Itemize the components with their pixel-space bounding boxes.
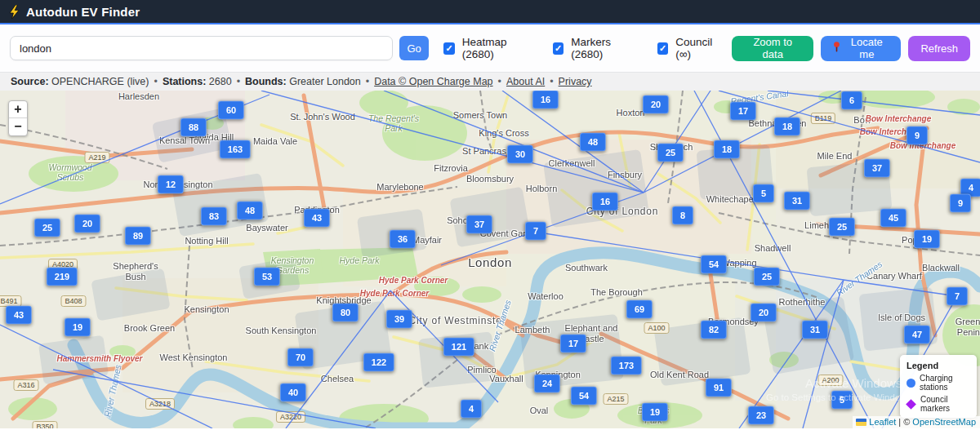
cluster-marker[interactable]: 36 <box>390 230 416 249</box>
map-label: London <box>468 255 512 269</box>
map-zoom-control: + − <box>8 100 28 136</box>
cluster-marker[interactable]: 20 <box>643 95 669 114</box>
cluster-marker[interactable]: 48 <box>237 202 263 220</box>
layer-toggle-0[interactable]: ✓Heatmap (2680) <box>443 36 533 60</box>
map-label: Somers Town <box>453 110 507 120</box>
cluster-marker[interactable]: 83 <box>201 207 227 226</box>
cluster-marker[interactable]: 9 <box>950 194 971 213</box>
cluster-marker[interactable]: 31 <box>802 321 828 339</box>
checkbox-icon[interactable]: ✓ <box>657 42 668 55</box>
cluster-marker[interactable]: 12 <box>158 175 184 194</box>
map-label: Hyde Park Corner <box>379 276 448 285</box>
locate-me-label: Locate me <box>844 36 889 60</box>
map-label: South Kensington <box>246 326 317 335</box>
checkbox-icon[interactable]: ✓ <box>443 42 454 55</box>
map-label: Whitechapel <box>706 194 756 204</box>
zoom-out-button[interactable]: − <box>9 118 27 135</box>
cluster-marker[interactable]: 25 <box>829 218 855 237</box>
separator: • <box>366 76 369 87</box>
cluster-marker[interactable]: 16 <box>532 91 559 109</box>
map-label: King's Cross <box>479 128 528 138</box>
cluster-marker[interactable]: 25 <box>754 268 780 286</box>
cluster-marker[interactable]: 16 <box>592 193 618 211</box>
cluster-marker[interactable]: 20 <box>74 215 100 233</box>
cluster-marker[interactable]: 5 <box>753 184 774 203</box>
layer-toggle-1[interactable]: ✓Markers (2680) <box>553 36 638 60</box>
cluster-marker[interactable]: 82 <box>701 321 727 339</box>
separator: • <box>498 76 501 87</box>
attribution-link[interactable]: OpenStreetMap <box>912 417 976 427</box>
infobar-item: Stations: 2680 <box>163 76 232 87</box>
cluster-marker[interactable]: 19 <box>642 403 668 422</box>
cluster-marker[interactable]: 8 <box>672 206 693 225</box>
cluster-marker[interactable]: 24 <box>534 375 560 393</box>
cluster-marker[interactable]: 69 <box>626 300 653 319</box>
cluster-marker[interactable]: 37 <box>466 215 492 234</box>
map-label: Harlesden <box>118 91 159 101</box>
search-input[interactable] <box>10 36 393 60</box>
cluster-marker[interactable]: 18 <box>774 117 800 136</box>
locate-me-button[interactable]: Locate me <box>821 36 901 61</box>
map-label: Wapping <box>721 258 756 268</box>
map-label: Vauxhall <box>489 374 523 383</box>
cluster-marker[interactable]: 7 <box>947 287 968 306</box>
map-label: Chelsea <box>321 374 354 383</box>
cluster-marker[interactable]: 54 <box>701 255 727 274</box>
cluster-marker[interactable]: 89 <box>125 227 151 246</box>
refresh-button[interactable]: Refresh <box>908 36 970 61</box>
cluster-marker[interactable]: 45 <box>880 209 906 228</box>
map-canvas[interactable]: HarlesdenSt. John's WoodSomers TownKing'… <box>0 91 980 428</box>
road-badge: A316 <box>13 379 38 391</box>
cluster-marker[interactable]: 7 <box>525 222 546 241</box>
infobar-link[interactable]: About AI <box>506 76 545 87</box>
map-label: River Thames <box>487 299 513 352</box>
cluster-marker[interactable]: 91 <box>706 379 732 397</box>
cluster-marker[interactable]: 17 <box>560 335 586 353</box>
cluster-marker[interactable]: 37 <box>864 159 890 178</box>
cluster-marker[interactable]: 219 <box>47 268 78 286</box>
infobar-link[interactable]: Privacy <box>559 76 592 87</box>
cluster-marker[interactable]: 25 <box>34 219 60 237</box>
cluster-marker[interactable]: 54 <box>571 387 597 406</box>
cluster-marker[interactable]: 163 <box>220 140 251 159</box>
cluster-marker[interactable]: 19 <box>914 230 940 249</box>
cluster-marker[interactable]: 43 <box>6 306 32 325</box>
cluster-marker[interactable]: 173 <box>611 357 642 375</box>
cluster-marker[interactable]: 122 <box>363 353 394 372</box>
cluster-marker[interactable]: 88 <box>180 118 207 137</box>
zoom-to-data-button[interactable]: Zoom to data <box>732 36 813 61</box>
road-badge: B408 <box>60 295 86 307</box>
cluster-marker[interactable]: 17 <box>730 102 756 121</box>
map-label: Hyde Park <box>339 255 379 265</box>
cluster-marker[interactable]: 80 <box>332 304 359 322</box>
zoom-in-button[interactable]: + <box>9 101 27 118</box>
cluster-marker[interactable]: 121 <box>443 338 474 357</box>
cluster-marker[interactable]: 39 <box>386 310 412 329</box>
watermark-line1: Activate Windows <box>805 376 911 390</box>
cluster-marker[interactable]: 18 <box>714 140 740 159</box>
cluster-marker[interactable]: 31 <box>784 192 810 211</box>
cluster-marker[interactable]: 6 <box>841 91 862 110</box>
cluster-marker[interactable]: 30 <box>507 145 533 164</box>
cluster-marker[interactable]: 20 <box>751 304 777 322</box>
cluster-marker[interactable]: 25 <box>657 144 684 162</box>
cluster-marker[interactable]: 47 <box>904 326 930 344</box>
cluster-marker[interactable]: 23 <box>748 406 774 425</box>
cluster-marker[interactable]: 19 <box>65 318 91 337</box>
cluster-marker[interactable]: 70 <box>287 348 314 367</box>
cluster-marker[interactable]: 4 <box>461 400 482 419</box>
cluster-marker[interactable]: 9 <box>906 126 928 145</box>
map-legend: Legend Charging stationsCouncil markers <box>900 355 977 418</box>
attribution-link[interactable]: Leaflet <box>869 417 896 427</box>
cluster-marker[interactable]: 48 <box>580 133 606 152</box>
infobar-link[interactable]: Data © Open Charge Map <box>374 76 492 87</box>
map-label: City of Westminster <box>409 315 506 326</box>
cluster-marker[interactable]: 60 <box>218 101 244 120</box>
layer-toggle-2[interactable]: ✓Council (∞) <box>657 36 724 60</box>
cluster-marker[interactable]: 40 <box>280 383 306 402</box>
cluster-marker[interactable]: 5 <box>831 391 853 410</box>
cluster-marker[interactable]: 53 <box>254 268 280 286</box>
go-button[interactable]: Go <box>399 36 430 60</box>
cluster-marker[interactable]: 43 <box>304 209 330 228</box>
checkbox-icon[interactable]: ✓ <box>553 42 564 55</box>
